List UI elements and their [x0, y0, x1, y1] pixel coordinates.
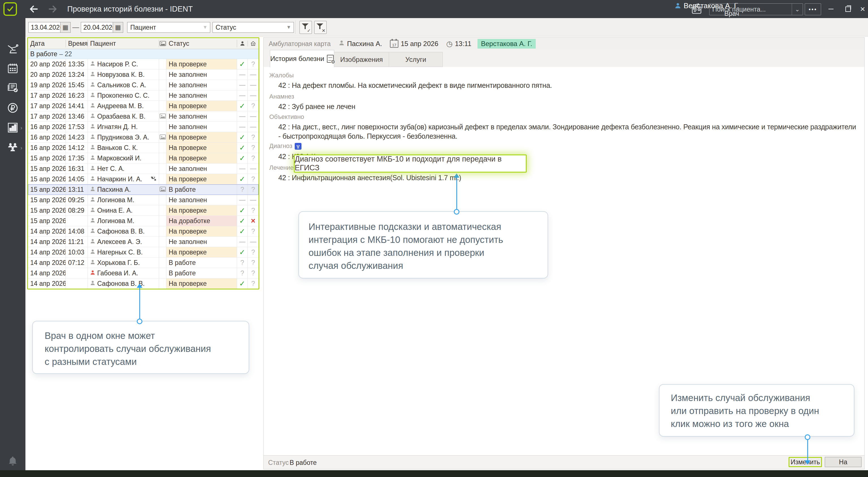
cell-patient: Сафонова В. В.: [88, 226, 159, 236]
cell-doctor-mark: —: [237, 122, 248, 132]
column-header-photo[interactable]: [159, 41, 166, 46]
date-from-field[interactable]: ▦: [28, 22, 71, 33]
title-bar: Проверка историй болезни - IDENT Верстак…: [0, 0, 868, 18]
table-row[interactable]: 15 апр 202608:29Онина Е. А.На проверке✓?: [28, 205, 258, 216]
sidebar-item-schedule[interactable]: [7, 62, 19, 74]
cell-patient: Сальников С. А.: [88, 80, 159, 90]
table-row[interactable]: 20 апр 202613:24Новрузова К. В.Не заполн…: [28, 69, 258, 80]
sidebar-item-dental-chair[interactable]: [7, 43, 19, 55]
cell-status: На проверке: [166, 279, 237, 289]
tab-history[interactable]: История болезни ⚙: [270, 50, 334, 67]
cell-photo: [159, 59, 166, 69]
table-row[interactable]: 19 апр 202615:45Сальников С. А.Не заполн…: [28, 80, 258, 90]
sidebar-item-reports-chart[interactable]: [7, 122, 19, 134]
cell-doctor-mark: —: [237, 195, 248, 205]
cell-patient: Нагерных С. В.: [88, 247, 159, 257]
reports-expand-chevron-icon[interactable]: ›: [20, 125, 24, 130]
patient-search-combobox[interactable]: ⌄: [709, 3, 803, 15]
photo-icon: [159, 41, 166, 46]
table-row[interactable]: 14 апр 202607:12Хорькова Г. Б.В работе??: [28, 258, 258, 268]
table-header-row[interactable]: Дата Время Пациент Статус: [28, 38, 258, 49]
table-row[interactable]: 14 апр 202611:21Алексеев А. Э.Не заполне…: [28, 237, 258, 247]
sidebar-item-history-check[interactable]: [7, 82, 19, 94]
close-button[interactable]: ×: [856, 0, 868, 18]
mkb-emblem-icon[interactable]: [295, 143, 302, 150]
column-header-clinic-mark[interactable]: [248, 40, 258, 46]
column-header-patient[interactable]: Пациент: [88, 40, 159, 47]
cell-photo: [159, 132, 166, 142]
table-row[interactable]: 15 апр 202614:05Начаркин И. А.На проверк…: [28, 174, 258, 184]
table-row[interactable]: 14 апр 202614:08Сафонова В. В.На проверк…: [28, 226, 258, 237]
more-options-button[interactable]: •••: [805, 3, 821, 15]
cell-date: 17 апр 2026: [28, 111, 66, 121]
cell-time: 14:12: [66, 142, 88, 153]
search-dropdown-chevron-icon[interactable]: ⌄: [792, 4, 803, 15]
patient-name: Ваньков С. К.: [97, 144, 138, 152]
cell-photo: [159, 184, 166, 195]
notifications-bell-icon[interactable]: [7, 455, 19, 467]
cell-photo: [159, 142, 166, 153]
tab-services[interactable]: Услуги: [389, 52, 443, 67]
table-row[interactable]: 17 апр 202614:41Андреева М. В.На проверк…: [28, 101, 258, 111]
calendar-picker-icon[interactable]: ▦: [113, 22, 123, 32]
table-row[interactable]: 15 апр 202616:31Нет С. А.Не заполнен——: [28, 163, 258, 174]
cell-photo: [159, 279, 166, 289]
sidebar-item-staff[interactable]: [7, 142, 19, 154]
table-row[interactable]: 14 апр 2026Габоева И. А.В работе??: [28, 268, 258, 279]
cell-status: Не заполнен: [166, 163, 237, 174]
table-row[interactable]: 16 апр 202617:53Игнатян Д. Н.Не заполнен…: [28, 122, 258, 132]
status-filter-combobox[interactable]: Статус ▼: [213, 22, 294, 33]
section-label-anamnesis: Анамнез: [269, 93, 294, 100]
table-row[interactable]: 14 апр 202610:03Нагерных С. В.На проверк…: [28, 247, 258, 258]
dash-mark-icon: —: [239, 113, 246, 120]
table-row[interactable]: 15 апр 202617:35Марковский И.На проверке…: [28, 153, 258, 163]
combobox-chevron-icon[interactable]: ▼: [284, 25, 293, 30]
cell-date: 17 апр 2026: [28, 101, 66, 111]
cell-patient: Пасхина А.: [88, 184, 159, 195]
patient-filter-combobox[interactable]: Пациент ▼: [127, 22, 210, 33]
column-header-doctor-mark[interactable]: [237, 41, 248, 46]
table-row[interactable]: 14 апр 2026Сафонова В. В.На проверке✓?: [28, 279, 258, 289]
back-arrow-button[interactable]: [28, 4, 39, 14]
section-text-objective: 42 : На дист., вест., линг поверхности з…: [278, 122, 857, 141]
return-to-card-icon[interactable]: [690, 3, 704, 15]
date-to-field[interactable]: ▦: [81, 22, 123, 33]
calendar-day-number: 17: [392, 43, 396, 47]
tab-images[interactable]: Изображения: [334, 52, 389, 67]
table-row[interactable]: 16 апр 202614:23Прудникова Э. А.На прове…: [28, 132, 258, 142]
table-row[interactable]: 17 апр 202616:23Прокопенко С. С.Не запол…: [28, 90, 258, 101]
table-row[interactable]: 20 апр 202613:35Насиров Р. С.На проверке…: [28, 59, 258, 69]
table-row[interactable]: 17 апр 202613:46Оразбаева К. В.Не заполн…: [28, 111, 258, 122]
apply-filter-button[interactable]: ✓: [300, 21, 312, 34]
window-title: Проверка историй болезни - IDENT: [67, 0, 193, 18]
cell-date: 16 апр 2026: [28, 142, 66, 153]
dash-mark-icon: —: [250, 71, 256, 78]
status-group-row[interactable]: В работе – 22: [28, 49, 258, 59]
cell-date: 14 апр 2026: [28, 247, 66, 257]
cell-patient: Андреева М. В.: [88, 101, 159, 111]
arrow-origin-circle: [454, 209, 459, 215]
clear-filter-button[interactable]: ✕: [314, 21, 327, 34]
forward-arrow-button[interactable]: [48, 4, 58, 14]
cell-patient: Начаркин И. А.: [88, 174, 159, 184]
table-row[interactable]: 15 апр 202613:11Пасхина А.В работе??: [28, 184, 258, 195]
column-header-date[interactable]: Дата: [28, 40, 66, 47]
calendar-picker-icon[interactable]: ▦: [60, 22, 70, 32]
staff-expand-chevron-icon[interactable]: ›: [20, 145, 24, 151]
patient-search-input[interactable]: [710, 6, 792, 13]
combobox-chevron-icon[interactable]: ▼: [200, 25, 210, 30]
date-to-input[interactable]: [81, 22, 113, 32]
table-row[interactable]: 16 апр 202614:12Ваньков С. К.На проверке…: [28, 142, 258, 153]
send-to-check-button[interactable]: На проверку: [825, 457, 862, 467]
section-label-treatment: Лечение: [269, 164, 293, 171]
column-header-status[interactable]: Статус: [166, 40, 237, 47]
column-header-time[interactable]: Время: [66, 40, 88, 47]
date-from-input[interactable]: [29, 22, 60, 32]
cell-patient: Ваньков С. К.: [88, 142, 159, 153]
sidebar-item-payments-ruble[interactable]: [7, 102, 19, 114]
restore-button[interactable]: [841, 0, 855, 18]
table-row[interactable]: 15 апр 202609:25Логинова М.Не заполнен——: [28, 195, 258, 205]
table-row[interactable]: 15 апр 2026Логинова М.На доработке✓×: [28, 216, 258, 226]
cell-date: 14 апр 2026: [28, 268, 66, 278]
minimize-button[interactable]: [824, 0, 838, 18]
